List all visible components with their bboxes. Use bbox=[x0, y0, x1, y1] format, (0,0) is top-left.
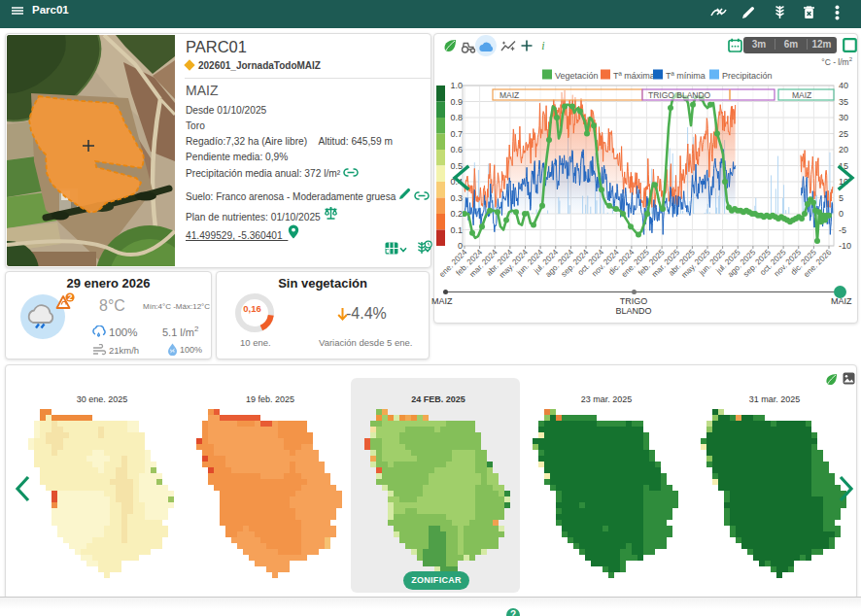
svg-text:2: 2 bbox=[68, 292, 73, 302]
svg-text:0,16: 0,16 bbox=[243, 303, 261, 314]
svg-text:i: i bbox=[541, 39, 544, 51]
